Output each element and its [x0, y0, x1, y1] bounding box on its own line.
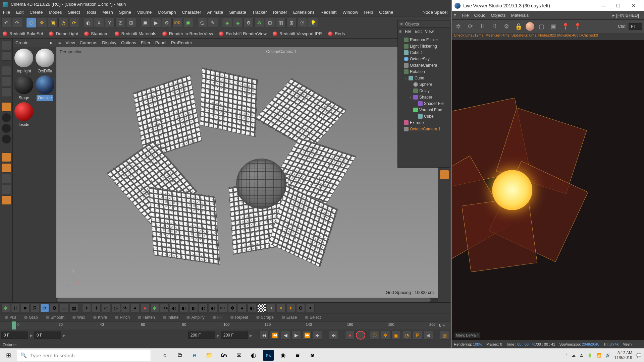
key-opt-4[interactable]: ◔: [402, 331, 412, 340]
vp-display[interactable]: Display: [102, 40, 116, 45]
menu-extensions[interactable]: Extensions: [290, 8, 318, 16]
sculpt-select[interactable]: Select: [302, 314, 324, 321]
c4d-taskbar-icon[interactable]: ◐: [248, 350, 259, 361]
ball-3[interactable]: ◐: [248, 304, 256, 312]
octane-refresh[interactable]: ⟳: [40, 304, 49, 312]
live-menu-cloud[interactable]: Cloud: [474, 13, 486, 18]
dome-light[interactable]: Dome Light: [48, 31, 79, 37]
select-tool[interactable]: ⬡: [26, 18, 36, 28]
render-to-renderview[interactable]: Render to RenderView: [161, 31, 214, 37]
object-row[interactable]: Extrude: [398, 119, 449, 126]
vp-filter[interactable]: Filter: [141, 40, 151, 45]
render-view[interactable]: ▣: [140, 18, 150, 28]
deform-gear[interactable]: ⚙: [244, 18, 254, 28]
search-box[interactable]: 🔍 Type here to search: [17, 350, 151, 361]
menu-octane[interactable]: Octane: [376, 8, 396, 16]
calculator-icon[interactable]: 🖩: [292, 350, 303, 361]
irr-button[interactable]: IRR: [172, 18, 182, 28]
fire-2[interactable]: ✦: [277, 304, 285, 312]
rect-1[interactable]: ▭: [102, 304, 110, 312]
frame-end[interactable]: 200 F: [188, 331, 215, 339]
material-create[interactable]: Create: [15, 40, 29, 45]
checker-icon[interactable]: [257, 304, 266, 312]
align-tool[interactable]: ⊟: [265, 18, 275, 28]
live-refresh[interactable]: ⟳: [465, 21, 475, 32]
tool-s2[interactable]: [2, 124, 11, 133]
menu-redshift[interactable]: Redshift: [318, 8, 340, 16]
live-material-ball[interactable]: [526, 22, 534, 31]
object-row[interactable]: OctaneSky: [398, 56, 449, 62]
volume-icon[interactable]: 🔊: [605, 353, 610, 358]
battery-icon[interactable]: 🔋: [587, 353, 592, 358]
red-ball[interactable]: ●: [141, 304, 149, 312]
sculpt-repeat[interactable]: Repeat: [227, 314, 252, 321]
timeline[interactable]: 020406080100120140160180200 0 F: [0, 321, 450, 329]
object-row[interactable]: Shader Fie: [398, 100, 449, 107]
generator-1[interactable]: ◈: [222, 18, 232, 28]
menu-file[interactable]: File: [0, 8, 13, 16]
sphere-3[interactable]: ◐: [189, 304, 198, 312]
vp-hamburger-icon[interactable]: ≡: [58, 40, 61, 45]
menu-modes[interactable]: Modes: [46, 8, 65, 16]
eye-icon[interactable]: 👁: [121, 304, 130, 312]
blend-icon[interactable]: BLEN: [160, 304, 169, 312]
channel-select[interactable]: PT: [629, 23, 642, 30]
sculpt-grab[interactable]: Grab: [21, 314, 41, 321]
menu-mesh[interactable]: Mesh: [99, 8, 116, 16]
live-menu-objects[interactable]: Objects: [491, 13, 506, 18]
snap-5[interactable]: [2, 195, 11, 205]
key-opt-1[interactable]: ⬡: [370, 331, 379, 340]
move-tool[interactable]: ✥: [37, 18, 47, 28]
material-item[interactable]: top light: [14, 49, 34, 74]
axis-btn-x[interactable]: X: [94, 18, 104, 28]
mix-icon[interactable]: MIX: [218, 304, 227, 312]
snap-4[interactable]: [2, 185, 11, 194]
fire-1[interactable]: ✦: [267, 304, 276, 312]
sculpt-wax[interactable]: Wax: [69, 314, 89, 321]
tray-up-icon[interactable]: ^: [566, 353, 568, 358]
mail-icon[interactable]: ✉: [233, 350, 244, 361]
viewport-hscroll[interactable]: [56, 298, 438, 302]
object-row[interactable]: Sphere: [398, 81, 449, 87]
sphere-4[interactable]: ◐: [199, 304, 208, 312]
axis-btn-z[interactable]: Z: [115, 18, 125, 28]
gear-3[interactable]: ⚙: [296, 304, 305, 312]
generator-2[interactable]: ◈: [233, 18, 243, 28]
close-button[interactable]: ✕: [626, 0, 641, 11]
prev-frame[interactable]: ◀: [281, 331, 290, 340]
live-lock-icon[interactable]: 🔒: [514, 21, 524, 32]
sphere-1[interactable]: ◐: [170, 304, 178, 312]
material-item[interactable]: OctDiffu: [35, 49, 55, 74]
obj-menu-file[interactable]: File: [405, 29, 411, 34]
sculpt-smooth[interactable]: Smooth: [43, 314, 68, 321]
rtool-8[interactable]: [440, 170, 449, 179]
object-row[interactable]: Cube.1: [398, 49, 449, 56]
objects-close-icon[interactable]: ✕: [400, 22, 403, 26]
light-tool[interactable]: ⊞: [286, 18, 297, 28]
snap-1[interactable]: [2, 153, 11, 162]
frame-total[interactable]: 200 F: [221, 331, 248, 339]
menu-window[interactable]: Window: [339, 8, 361, 16]
menu-help[interactable]: Help: [361, 8, 376, 16]
redshift-bakeset[interactable]: Redshift BakeSet: [1, 31, 44, 37]
frame-current[interactable]: 0 F: [34, 331, 61, 339]
vp-panels[interactable]: Panel: [155, 40, 166, 45]
vp-view[interactable]: View: [66, 40, 75, 45]
tool-s3[interactable]: [2, 134, 11, 144]
sculpt-pinch[interactable]: Pinch: [112, 314, 133, 321]
sculpt-flatten[interactable]: Flatten: [135, 314, 158, 321]
circle-1[interactable]: ◎: [111, 304, 120, 312]
go-end[interactable]: ⏭: [329, 331, 338, 340]
render-settings[interactable]: ⚙: [162, 18, 172, 28]
sculpt-erase[interactable]: Erase: [278, 314, 300, 321]
render-play[interactable]: ▶: [151, 18, 161, 28]
bulb-icon[interactable]: 💡: [308, 18, 318, 28]
minimize-button[interactable]: —: [596, 0, 611, 11]
object-row[interactable]: -Rotation: [398, 68, 449, 75]
sphere-2[interactable]: ◐: [179, 304, 188, 312]
onedrive-icon[interactable]: ☁: [572, 353, 576, 358]
sculpt-scrape[interactable]: Scrape: [253, 314, 277, 321]
edge-mode[interactable]: [2, 77, 11, 86]
texture-mode[interactable]: [2, 51, 11, 61]
resolve-icon[interactable]: ◙: [307, 350, 318, 361]
